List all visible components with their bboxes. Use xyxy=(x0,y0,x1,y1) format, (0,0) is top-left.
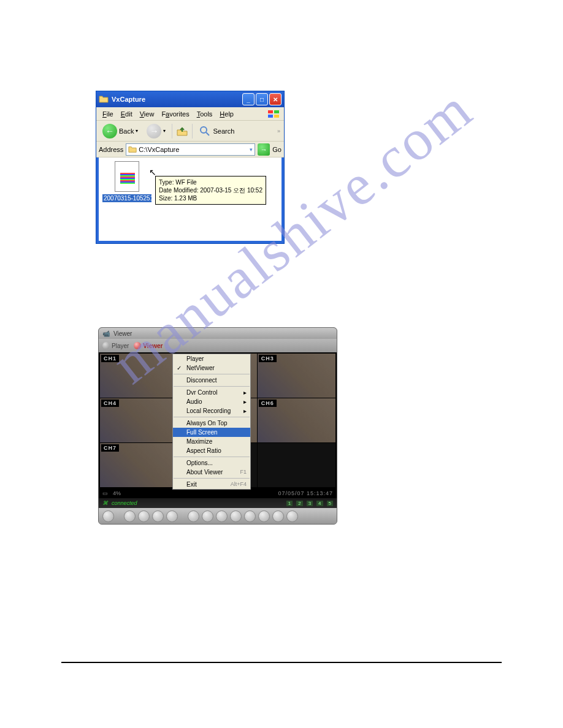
ch-indicator-1[interactable]: 1 xyxy=(286,501,293,506)
ctx-full-screen[interactable]: Full Screen xyxy=(173,428,250,437)
control-button-6[interactable] xyxy=(188,510,199,522)
folder-icon xyxy=(99,94,109,104)
control-button-9[interactable] xyxy=(230,510,242,522)
control-button-1[interactable] xyxy=(102,510,114,522)
control-button-3[interactable] xyxy=(138,510,150,522)
viewer-title: Viewer xyxy=(113,330,132,337)
control-button-12[interactable] xyxy=(272,510,284,522)
menu-tools[interactable]: Tools xyxy=(193,109,216,119)
channel-6[interactable]: CH6 xyxy=(258,398,335,442)
forward-button[interactable]: → ▾ xyxy=(144,123,168,140)
control-button-13[interactable] xyxy=(286,510,298,522)
channel-9-blank[interactable] xyxy=(258,443,335,487)
hdd-icon: ▭ xyxy=(102,490,108,496)
forward-icon: → xyxy=(147,124,161,138)
ch-indicator-5[interactable]: 5 xyxy=(327,501,333,506)
channel-3[interactable]: CH3 xyxy=(258,354,335,398)
tab-player-label: Player xyxy=(112,343,129,349)
ctx-exit[interactable]: ExitAlt+F4 xyxy=(173,480,250,489)
search-button[interactable]: Search xyxy=(196,124,237,138)
maximize-button[interactable]: □ xyxy=(256,93,268,105)
menu-edit[interactable]: Edit xyxy=(117,109,136,119)
channel-7[interactable]: CH7 xyxy=(100,443,178,487)
menu-file[interactable]: File xyxy=(99,109,117,119)
ctx-audio[interactable]: Audio xyxy=(173,397,250,406)
ctx-player[interactable]: Player xyxy=(173,354,250,363)
connection-bar: ⌘ connected 1 2 3 4 5 xyxy=(99,498,337,508)
file-item[interactable]: 20070315-105251.WF xyxy=(102,161,151,202)
menu-favorites[interactable]: Favorites xyxy=(158,109,193,119)
menu-view[interactable]: View xyxy=(136,109,158,119)
ctx-maximize[interactable]: Maximize xyxy=(173,437,250,446)
ctx-local-recording[interactable]: Local Recording xyxy=(173,406,250,415)
go-label: Go xyxy=(272,146,282,153)
address-dropdown-icon[interactable]: ▾ xyxy=(250,146,253,153)
toolbar-overflow-icon[interactable]: » xyxy=(277,128,280,134)
back-button[interactable]: ← Back ▾ xyxy=(100,123,140,140)
ch-indicator-4[interactable]: 4 xyxy=(316,501,323,506)
file-name: 20070315-105251.WF xyxy=(102,194,151,202)
explorer-menubar: File Edit View Favorites Tools Help xyxy=(96,107,284,121)
explorer-titlebar[interactable]: VxCapture _ □ ✕ xyxy=(96,91,284,107)
address-path: C:\VxCapture xyxy=(139,146,248,153)
ch7-label: CH7 xyxy=(101,444,119,452)
control-button-5[interactable] xyxy=(166,510,178,522)
control-button-11[interactable] xyxy=(258,510,270,522)
control-button-2[interactable] xyxy=(124,510,136,522)
ctx-separator xyxy=(174,457,250,457)
ctx-netviewer[interactable]: NetViewer xyxy=(173,363,250,373)
page-footer-rule xyxy=(61,662,502,663)
ctx-about-shortcut: F1 xyxy=(240,469,247,475)
address-input[interactable]: C:\VxCapture ▾ xyxy=(126,143,255,156)
search-icon xyxy=(199,125,211,137)
ctx-always-on-top[interactable]: Always On Top xyxy=(173,419,250,428)
ch-indicator-2[interactable]: 2 xyxy=(296,501,302,506)
search-label: Search xyxy=(213,127,234,135)
viewer-window: 📹 Viewer Player Viewer CH1 CH2 CH3 CH4 C… xyxy=(98,327,337,525)
ctx-separator xyxy=(174,478,250,479)
timestamp: 07/05/07 15:13:47 xyxy=(278,490,333,496)
explorer-file-pane[interactable]: 20070315-105251.WF ↖ Type: WF File Date … xyxy=(96,157,284,243)
control-button-8[interactable] xyxy=(216,510,228,522)
close-button[interactable]: ✕ xyxy=(269,93,282,105)
ctx-dvr-control[interactable]: Dvr Control xyxy=(173,388,250,397)
ctx-separator xyxy=(174,417,250,417)
ctx-options[interactable]: Options... xyxy=(173,458,250,468)
svg-rect-3 xyxy=(274,115,279,118)
go-button[interactable]: → xyxy=(258,143,270,156)
svg-point-4 xyxy=(201,127,207,133)
explorer-window: VxCapture _ □ ✕ File Edit View Favorites… xyxy=(96,91,285,244)
back-label: Back xyxy=(119,127,134,135)
file-tooltip: Type: WF File Date Modified: 2007-03-15 … xyxy=(155,176,266,205)
channel-4[interactable]: CH4 xyxy=(100,398,178,442)
tab-player[interactable]: Player xyxy=(102,342,129,349)
tooltip-type: Type: WF File xyxy=(159,178,262,186)
viewer-button-bar xyxy=(99,508,337,524)
ch3-label: CH3 xyxy=(259,355,277,362)
ctx-exit-shortcut: Alt+F4 xyxy=(231,481,247,487)
control-button-4[interactable] xyxy=(152,510,164,522)
control-button-7[interactable] xyxy=(202,510,213,522)
explorer-addressbar: Address C:\VxCapture ▾ → Go xyxy=(96,142,284,157)
toolbar-separator xyxy=(172,124,172,138)
tab-viewer[interactable]: Viewer xyxy=(134,342,163,349)
ctx-aspect-ratio[interactable]: Aspect Ratio xyxy=(173,446,250,455)
up-folder-icon[interactable] xyxy=(176,125,188,137)
channel-1[interactable]: CH1 xyxy=(100,354,178,398)
link-icon: ⌘ xyxy=(102,500,108,506)
file-icon xyxy=(115,161,139,192)
forward-dropdown-icon[interactable]: ▾ xyxy=(163,128,166,134)
viewer-statusbar: ▭ 4% 07/05/07 15:13:47 xyxy=(99,488,337,498)
explorer-toolbar: ← Back ▾ → ▾ Search » xyxy=(96,121,284,142)
ctx-about[interactable]: About ViewerF1 xyxy=(173,468,250,477)
tab-viewer-label: Viewer xyxy=(143,343,163,349)
back-dropdown-icon[interactable]: ▾ xyxy=(136,128,138,134)
ch-indicator-3[interactable]: 3 xyxy=(307,501,313,506)
tooltip-date: Date Modified: 2007-03-15 오전 10:52 xyxy=(159,186,262,194)
ch6-label: CH6 xyxy=(259,400,277,407)
viewer-titlebar[interactable]: 📹 Viewer xyxy=(99,328,337,339)
minimize-button[interactable]: _ xyxy=(242,93,255,105)
ctx-disconnect[interactable]: Disconnect xyxy=(173,376,250,385)
control-button-10[interactable] xyxy=(244,510,256,522)
menu-help[interactable]: Help xyxy=(216,109,237,119)
